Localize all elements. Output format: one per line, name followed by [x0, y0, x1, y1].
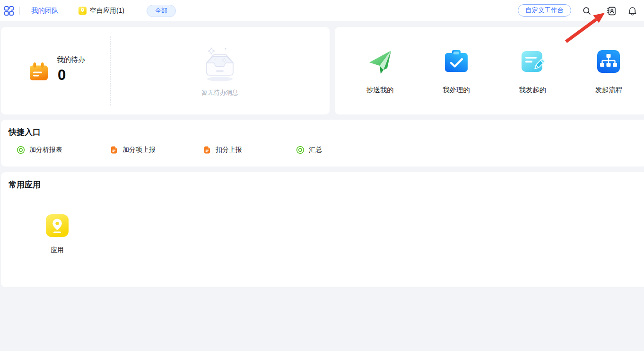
quick-item-summary[interactable]: 汇总 — [296, 146, 389, 154]
app-tile-label: 应用 — [51, 246, 64, 254]
todo-card: 我的待办 0 暂无待办消息 — [1, 27, 330, 114]
navbar-divider — [19, 7, 20, 15]
flowchart-icon — [595, 47, 622, 78]
location-pin-app-icon — [78, 7, 87, 15]
quick-item-deduction-report[interactable]: 扣分上报 — [203, 146, 296, 154]
empty-inbox-illustration — [197, 78, 243, 86]
todo-title: 我的待办 — [57, 55, 85, 64]
common-apps-card: 常用应用 应用 — [1, 172, 644, 287]
filter-all-label: 全部 — [147, 5, 176, 17]
action-label: 我处理的 — [443, 86, 470, 95]
clipboard-check-icon — [443, 47, 470, 78]
location-pin-app-icon — [46, 214, 69, 239]
top-navbar: 我的团队 空白应用(1) 全部 自定义工作台 — [0, 0, 644, 21]
quick-entry-row: 加分析报表 加分项上报 扣分 — [17, 146, 389, 154]
tab-my-team[interactable]: 我的团队 — [31, 0, 59, 21]
todo-count[interactable]: 0 — [58, 67, 66, 84]
process-actions-row: 抄送我的 我处理的 — [342, 47, 644, 95]
action-label: 我发起的 — [519, 86, 546, 95]
document-edit-icon — [519, 47, 546, 78]
quick-item-label: 扣分上报 — [216, 146, 242, 154]
app-grid-icon[interactable] — [4, 0, 14, 21]
customize-workspace-button[interactable]: 自定义工作台 — [518, 4, 571, 17]
my-team-label: 我的团队 — [31, 6, 59, 15]
quick-entry-title: 快捷入口 — [9, 127, 41, 138]
customize-workspace-label: 自定义工作台 — [525, 6, 564, 15]
app-tile[interactable]: 应用 — [34, 214, 81, 254]
blank-app-label: 空白应用(1) — [90, 7, 124, 15]
bell-icon[interactable] — [627, 6, 637, 16]
paper-plane-icon — [366, 47, 394, 78]
todo-calendar-icon — [28, 61, 49, 84]
quick-item-label: 汇总 — [309, 146, 322, 154]
quick-item-bonus-report[interactable]: 加分项上报 — [110, 146, 203, 154]
quick-entry-card: 快捷入口 加分析报表 加分项上报 — [1, 120, 644, 167]
todo-empty-state: 暂无待办消息 — [110, 45, 330, 97]
search-icon[interactable] — [582, 6, 592, 16]
quick-item-label: 加分析报表 — [29, 146, 62, 154]
quick-item-label: 加分项上报 — [122, 146, 156, 154]
report-doc-icon — [110, 146, 118, 154]
action-label: 抄送我的 — [366, 86, 394, 95]
empty-todo-text: 暂无待办消息 — [110, 88, 330, 97]
process-actions-card: 抄送我的 我处理的 — [335, 27, 644, 114]
common-apps-title: 常用应用 — [9, 179, 41, 190]
quick-item-analysis-report[interactable]: 加分析报表 — [17, 146, 110, 154]
contacts-book-icon[interactable] — [606, 6, 617, 16]
action-initiated-by-me[interactable]: 我发起的 — [495, 47, 571, 95]
form-target-icon — [17, 146, 25, 154]
form-target-icon — [296, 146, 305, 154]
action-cc-to-me[interactable]: 抄送我的 — [342, 47, 418, 95]
tab-blank-app[interactable]: 空白应用(1) — [78, 0, 124, 21]
report-doc-icon — [203, 146, 211, 154]
action-processed-by-me[interactable]: 我处理的 — [418, 47, 494, 95]
action-label: 发起流程 — [595, 86, 622, 95]
action-start-process[interactable]: 发起流程 — [571, 47, 644, 95]
filter-all-pill[interactable]: 全部 — [147, 0, 176, 21]
